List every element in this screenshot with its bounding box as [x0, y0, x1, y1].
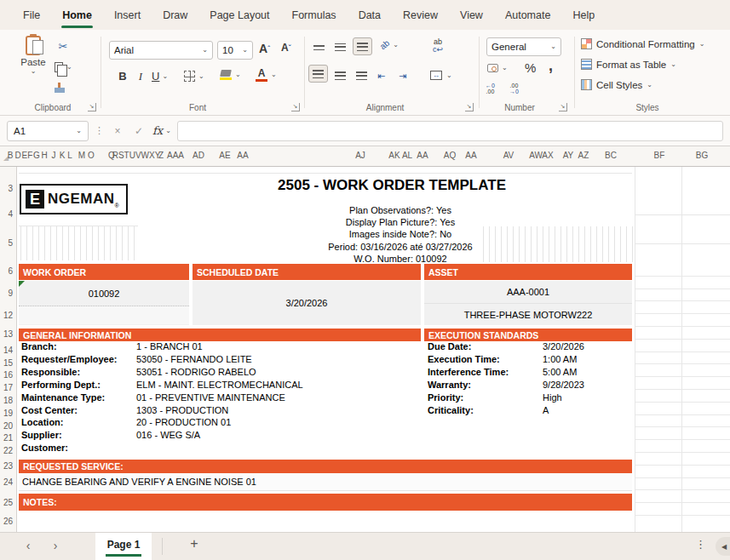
- row-number[interactable]: 20: [3, 420, 13, 432]
- font-name-select[interactable]: Arial ⌄: [109, 41, 213, 60]
- scheduled-date-header[interactable]: SCHEDULED DATE: [193, 264, 421, 280]
- column-header[interactable]: RSTUVWXY: [112, 151, 161, 160]
- column-header[interactable]: AX: [542, 151, 553, 160]
- info-row[interactable]: Interference Time:5:00 AM: [428, 366, 632, 379]
- name-box[interactable]: A1 ⌄: [7, 121, 89, 141]
- row-number[interactable]: 24: [3, 477, 13, 489]
- align-left-button[interactable]: [308, 65, 328, 83]
- column-header[interactable]: J: [52, 151, 56, 160]
- info-row[interactable]: Cost Center:1303 - PRODUCTION: [21, 403, 420, 416]
- column-header[interactable]: AV: [503, 151, 514, 160]
- row-number[interactable]: 18: [3, 395, 13, 407]
- align-middle-button[interactable]: [335, 43, 346, 51]
- previous-sheet-button[interactable]: ‹: [20, 539, 36, 552]
- work-order-panel[interactable]: 010092: [19, 281, 189, 325]
- requested-service-value[interactable]: CHANGE BEARING AND VERIFY A ENGINE NOISE…: [19, 473, 632, 491]
- align-top-button[interactable]: [313, 43, 325, 50]
- font-size-select[interactable]: 10 ⌄: [217, 41, 253, 60]
- column-header[interactable]: D: [14, 151, 20, 160]
- row-number[interactable]: 14: [3, 345, 13, 357]
- row-number[interactable]: 4: [8, 209, 13, 220]
- column-header[interactable]: AA: [417, 151, 428, 160]
- clipboard-dialog-launcher[interactable]: ↘: [88, 103, 96, 111]
- cut-button[interactable]: ✂: [56, 40, 70, 53]
- font-dialog-launcher[interactable]: ↘: [291, 103, 300, 111]
- spreadsheet-grid[interactable]: 34569121314151617181920212223242526 E NG…: [0, 167, 730, 532]
- column-header[interactable]: AE: [219, 151, 230, 160]
- wrap-text-button[interactable]: ab c↩: [433, 38, 443, 54]
- info-row[interactable]: Supplier:016 - WEG S/A: [21, 429, 420, 442]
- column-header[interactable]: AZ: [578, 151, 589, 160]
- column-header[interactable]: AQ: [444, 151, 456, 160]
- info-row[interactable]: Due Date:3/20/2026: [428, 340, 632, 353]
- column-header[interactable]: AL: [402, 151, 412, 160]
- info-row[interactable]: Performing Dept.:ELM - MAINT. ELECTROMEC…: [21, 379, 420, 391]
- row-number[interactable]: 25: [3, 497, 13, 509]
- column-header[interactable]: BC: [605, 151, 617, 160]
- column-header[interactable]: AY: [563, 151, 574, 160]
- row-number[interactable]: 15: [3, 357, 13, 369]
- info-row[interactable]: Customer:: [21, 442, 420, 454]
- row-number[interactable]: 17: [3, 382, 13, 394]
- info-row[interactable]: Maintenance Type:01 - PREVENTIVE MAINTEN…: [21, 391, 420, 403]
- column-header[interactable]: AD: [193, 151, 204, 160]
- align-center-button[interactable]: [335, 71, 346, 80]
- increase-decimal-button[interactable]: ←0 .00: [486, 83, 495, 94]
- row-number[interactable]: 19: [3, 408, 13, 420]
- merge-center-button[interactable]: ↔ ⌄: [430, 71, 452, 80]
- comma-style-button[interactable]: ,: [549, 57, 553, 75]
- column-header[interactable]: BG: [696, 151, 708, 160]
- italic-button[interactable]: I: [135, 70, 147, 83]
- number-dialog-launcher[interactable]: ↘: [559, 103, 567, 111]
- cancel-button[interactable]: ×: [110, 125, 125, 137]
- info-row[interactable]: Priority:High: [428, 391, 632, 403]
- work-order-header[interactable]: WORK ORDER: [19, 264, 189, 280]
- horizontal-scroll-left[interactable]: ◀: [716, 537, 730, 556]
- column-header[interactable]: AJ: [355, 151, 365, 160]
- align-bottom-button[interactable]: [353, 37, 372, 55]
- column-header[interactable]: BF: [654, 151, 665, 160]
- menu-tab-file[interactable]: File: [12, 0, 51, 30]
- row-number[interactable]: 9: [8, 288, 13, 300]
- more-icon[interactable]: ⋮: [95, 125, 104, 136]
- conditional-formatting-button[interactable]: Conditional Formatting ⌄: [581, 38, 704, 49]
- row-number[interactable]: 12: [3, 310, 13, 322]
- align-right-button[interactable]: [356, 71, 367, 80]
- alignment-dialog-launcher[interactable]: ↘: [465, 103, 474, 111]
- column-header[interactable]: L: [67, 151, 72, 160]
- asset-panel[interactable]: AAA-0001 THREE-PHASE MOTORW222: [424, 281, 632, 325]
- row-number[interactable]: 13: [3, 329, 13, 340]
- orientation-button[interactable]: ab ⌄: [380, 40, 399, 49]
- row-number[interactable]: 21: [3, 432, 13, 444]
- format-painter-button[interactable]: [55, 83, 65, 93]
- decrease-decimal-button[interactable]: .00 →0: [509, 83, 519, 94]
- column-header[interactable]: K: [60, 151, 66, 160]
- requested-service-header[interactable]: REQUESTED SERVICE:: [19, 460, 632, 473]
- row-number[interactable]: 22: [3, 445, 13, 457]
- menu-tab-page-layout[interactable]: Page Layout: [198, 0, 280, 30]
- row-number[interactable]: 26: [3, 516, 13, 528]
- grow-font-button[interactable]: Aˆ: [259, 42, 270, 55]
- row-number[interactable]: 3: [8, 183, 13, 195]
- document-meta[interactable]: Plan Observations?: YesDisplay Plan Pict…: [239, 204, 562, 265]
- menu-tab-automate[interactable]: Automate: [494, 0, 562, 30]
- info-row[interactable]: Execution Time:1:00 AM: [428, 353, 632, 366]
- column-header[interactable]: Z: [158, 151, 164, 160]
- column-header[interactable]: G: [33, 151, 40, 160]
- cell-styles-button[interactable]: Cell Styles ⌄: [581, 79, 652, 90]
- column-header[interactable]: H: [41, 151, 47, 160]
- menu-tab-view[interactable]: View: [449, 0, 494, 30]
- asset-name-cell[interactable]: THREE-PHASE MOTORW222: [424, 303, 632, 325]
- column-header[interactable]: AAA: [167, 151, 184, 160]
- format-as-table-button[interactable]: Format as Table ⌄: [581, 59, 676, 70]
- number-format-select[interactable]: General ⌄: [486, 37, 561, 56]
- menu-tab-review[interactable]: Review: [392, 0, 449, 30]
- decrease-indent-button[interactable]: ⇤: [377, 71, 385, 82]
- info-row[interactable]: Responsible:53051 - RODRIGO RABELO: [21, 366, 420, 379]
- paste-button[interactable]: Paste ⌄: [14, 36, 53, 74]
- accounting-format-button[interactable]: ⌄: [487, 64, 508, 72]
- add-sheet-button[interactable]: +: [186, 536, 203, 551]
- menu-tab-insert[interactable]: Insert: [103, 0, 152, 30]
- borders-button[interactable]: ⌄: [184, 71, 204, 82]
- empty-cell[interactable]: [19, 306, 189, 324]
